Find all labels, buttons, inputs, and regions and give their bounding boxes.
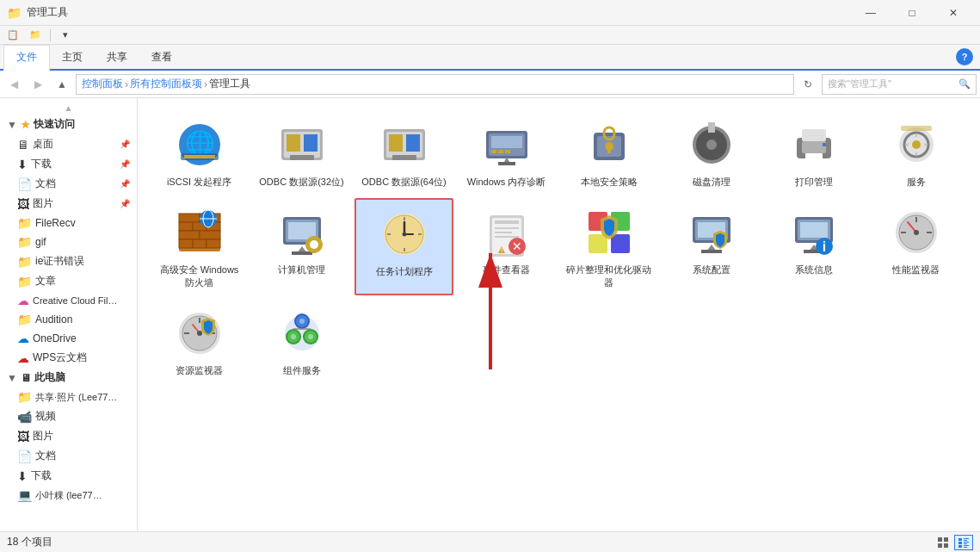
large-icon-view-button[interactable]: [934, 535, 952, 550]
sidebar-item-filerecv[interactable]: 📁 FileRecv: [0, 214, 137, 233]
sidebar-item-articles[interactable]: 📁 文章: [0, 271, 137, 291]
sidebar-item-audition[interactable]: 📁 Audition: [0, 310, 137, 329]
icon-diskclean[interactable]: 磁盘清理: [662, 110, 761, 195]
sidebar-item-user[interactable]: 💻 小叶粿 (lee77…: [0, 486, 137, 505]
help-button[interactable]: ?: [956, 48, 973, 65]
sidebar-item-ie[interactable]: 📁 ie证书错误: [0, 251, 137, 271]
icon-odbc32[interactable]: ODBC 数据源(32位): [252, 110, 351, 195]
sidebar-item-creative-cloud[interactable]: ☁ Creative Cloud Fil…: [0, 291, 137, 310]
icon-winmem[interactable]: Windows 内存诊断: [457, 110, 556, 195]
services-label: 服务: [907, 176, 926, 188]
svg-rect-142: [964, 547, 967, 548]
sidebar-item-desktop[interactable]: 🖥 桌面 📌: [0, 134, 137, 154]
syscfg-label: 系统配置: [693, 264, 730, 276]
icon-syscfg[interactable]: 系统配置: [662, 198, 761, 295]
ie-icon: 📁: [17, 255, 32, 269]
icon-printmgr[interactable]: 打印管理: [764, 110, 863, 195]
icon-sysinfo[interactable]: i 系统信息: [764, 198, 863, 295]
up-button[interactable]: ▲: [52, 74, 72, 95]
svg-rect-19: [505, 150, 510, 153]
iscsi-label: iSCSI 发起程序: [167, 176, 231, 188]
sidebar-quick-access-header[interactable]: ▼ ★ 快速访问: [0, 115, 137, 134]
maximize-button[interactable]: □: [892, 0, 932, 26]
icon-odbc64[interactable]: ODBC 数据源(64位): [354, 110, 453, 195]
sidebar-item-shared-photos[interactable]: 📁 共享·照片 (Lee77…: [0, 388, 137, 406]
title-text: 管理工具: [27, 5, 68, 20]
odbc32-icon: [274, 117, 330, 172]
search-box[interactable]: 搜索"管理工具" 🔍: [822, 74, 977, 95]
sidebar-item-user-label: 小叶粿 (lee77…: [35, 489, 102, 502]
breadcrumb-part1[interactable]: 控制面板: [82, 77, 123, 91]
forward-button[interactable]: ▶: [28, 74, 48, 95]
svg-rect-33: [802, 129, 826, 141]
sidebar-item-pictures[interactable]: 🖼 图片 📌: [0, 194, 137, 214]
chevron-pc-icon: ▼: [7, 372, 17, 384]
address-bar: ◀ ▶ ▲ 控制面板 › 所有控制面板项 › 管理工具 ↻ 搜索"管理工具" 🔍: [0, 71, 980, 98]
sidebar-item-pictures2[interactable]: 🖼 图片: [0, 426, 137, 446]
icon-localsec[interactable]: 本地安全策略: [559, 110, 658, 195]
odbc64-icon: [377, 117, 432, 172]
ribbon-tab-file[interactable]: 文件: [3, 45, 50, 71]
chevron-down-icon: ▼: [7, 119, 17, 131]
svg-rect-32: [802, 141, 826, 153]
svg-rect-77: [495, 220, 519, 224]
sidebar-item-cc-label: Creative Cloud Fil…: [33, 295, 117, 306]
refresh-button[interactable]: ↻: [798, 74, 818, 95]
qat-properties-button[interactable]: 📋: [3, 26, 22, 45]
sidebar-item-onedrive[interactable]: ☁ OneDrive: [0, 329, 137, 348]
pin-icon-dl: 📌: [120, 159, 130, 169]
documents2-icon: 📄: [17, 450, 32, 463]
svg-point-121: [291, 334, 296, 339]
sidebar-item-downloads[interactable]: ⬇ 下载 📌: [0, 154, 137, 174]
icon-resmon[interactable]: 资源监视器: [150, 299, 249, 383]
qat-dropdown-button[interactable]: ▾: [56, 26, 75, 45]
icon-evtview[interactable]: ✕ ! 事件查看器: [457, 198, 556, 295]
ribbon-tab-view[interactable]: 查看: [139, 45, 184, 69]
pin-icon-doc: 📌: [120, 179, 130, 189]
address-path[interactable]: 控制面板 › 所有控制面板项 › 管理工具: [76, 74, 794, 95]
sidebar-item-ie-label: ie证书错误: [35, 254, 84, 269]
item-count: 18 个项目: [7, 535, 52, 549]
svg-point-118: [299, 319, 305, 324]
close-button[interactable]: ✕: [934, 0, 973, 26]
breadcrumb-part2[interactable]: 所有控制面板项: [130, 77, 202, 91]
svg-rect-16: [491, 136, 522, 148]
back-button[interactable]: ◀: [3, 74, 24, 95]
creative-cloud-icon: ☁: [17, 294, 29, 307]
services-icon: [889, 117, 944, 172]
icon-taskschd[interactable]: 任务计划程序: [354, 198, 453, 295]
documents-icon: 📄: [17, 177, 32, 191]
detail-view-button[interactable]: [954, 535, 973, 550]
sidebar-item-pictures2-label: 图片: [33, 429, 53, 443]
icon-defrag[interactable]: 碎片整理和优化驱动器: [559, 198, 658, 295]
pictures-icon: 🖼: [17, 197, 29, 211]
sidebar-item-downloads2[interactable]: ⬇ 下载: [0, 466, 137, 486]
sidebar-item-documents2[interactable]: 📄 文档: [0, 446, 137, 466]
icon-iscsi[interactable]: 🌐 iSCSI 发起程序: [150, 110, 249, 195]
qat-new-folder-button[interactable]: 📁: [26, 26, 45, 45]
svg-rect-137: [958, 542, 962, 544]
odbc32-label: ODBC 数据源(32位): [259, 176, 343, 188]
icon-compmgmt[interactable]: 计算机管理: [252, 198, 351, 295]
ribbon-tab-share[interactable]: 共享: [95, 45, 139, 69]
sidebar-item-documents[interactable]: 📄 文档 📌: [0, 174, 137, 194]
svg-rect-131: [944, 537, 948, 542]
status-bar: 18 个项目: [0, 531, 980, 552]
scroll-up-indicator: ▲: [0, 102, 137, 115]
sidebar-item-videos[interactable]: 📹 视频: [0, 406, 137, 426]
breadcrumb-part3: 管理工具: [209, 77, 250, 91]
sidebar-this-pc-header[interactable]: ▼ 🖥 此电脑: [0, 368, 137, 388]
icon-services[interactable]: 服务: [866, 110, 965, 195]
perfmon-label: 性能监视器: [892, 264, 940, 276]
ribbon-tab-home[interactable]: 主页: [50, 45, 95, 69]
svg-rect-136: [964, 540, 967, 541]
star-icon: ★: [21, 119, 30, 131]
sidebar-item-wps[interactable]: ☁ WPS云文档: [0, 348, 137, 368]
svg-rect-35: [823, 143, 826, 146]
icon-perfmon[interactable]: 性能监视器: [866, 198, 965, 295]
printmgr-icon: [786, 117, 841, 172]
icon-compsrv[interactable]: 组件服务: [252, 299, 351, 383]
minimize-button[interactable]: —: [851, 0, 891, 26]
icon-advfirewall[interactable]: 高级安全 Windows 防火墙: [150, 198, 249, 295]
sidebar-item-gif[interactable]: 📁 gif: [0, 233, 137, 251]
